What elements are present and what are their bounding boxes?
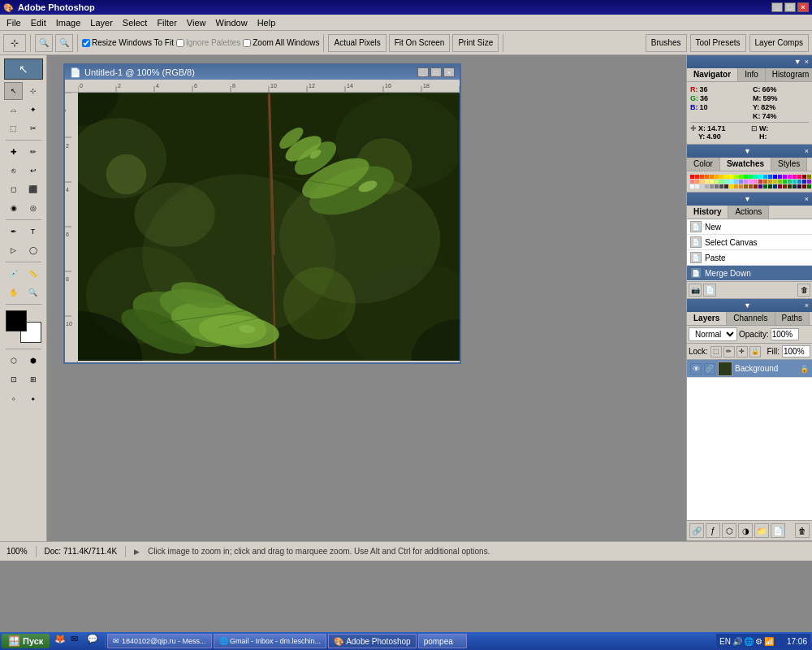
color-swatch[interactable] (793, 184, 797, 188)
color-swatch[interactable] (788, 184, 792, 188)
blend-mode-select[interactable]: Normal (689, 327, 737, 341)
color-swatch[interactable] (754, 175, 758, 179)
menu-image[interactable]: Image (51, 16, 86, 29)
close-button[interactable]: × (797, 2, 809, 12)
color-swatch[interactable] (690, 180, 694, 184)
extra-tool-2[interactable]: ⊞ (24, 370, 42, 388)
color-swatch[interactable] (734, 175, 738, 179)
shape-tool[interactable]: ◯ (24, 241, 42, 259)
brush-tool[interactable]: ✏ (24, 143, 42, 161)
color-swatch[interactable] (758, 180, 762, 184)
taskbar-mail-window[interactable]: ✉ 1840102@qip.ru - Mess... (107, 634, 211, 648)
print-size-button[interactable]: Print Size (452, 34, 499, 52)
color-swatch[interactable] (739, 175, 743, 179)
history-item-merge-down[interactable]: 📄 Merge Down (687, 266, 812, 281)
taskbar-skype-icon[interactable]: 💬 (87, 634, 102, 648)
color-swatch[interactable] (763, 175, 767, 179)
new-adjustment-layer-button[interactable]: ◑ (738, 523, 753, 538)
color-swatch[interactable] (807, 175, 811, 179)
path-select-tool[interactable]: ▷ (4, 241, 23, 259)
menu-help[interactable]: Help (253, 16, 281, 29)
history-item-paste[interactable]: 📄 Paste (687, 250, 812, 266)
tab-histogram[interactable]: Histogram (766, 68, 812, 81)
color-swatch[interactable] (802, 180, 806, 184)
zoom-out-icon[interactable]: 🔍 (55, 34, 73, 52)
opacity-input[interactable] (771, 328, 799, 340)
color-swatch[interactable] (807, 184, 811, 188)
menu-edit[interactable]: Edit (26, 16, 51, 29)
document-image[interactable] (78, 93, 460, 361)
color-swatch[interactable] (744, 184, 748, 188)
move-tool[interactable]: ↖ (4, 82, 23, 100)
more-tool-2[interactable]: ⬥ (24, 389, 42, 407)
taskbar-photoshop-window[interactable]: 🎨 Adobe Photoshop (328, 634, 417, 648)
lock-all-button[interactable]: 🔒 (749, 346, 761, 358)
color-swatch[interactable] (734, 180, 738, 184)
color-swatch[interactable] (695, 184, 699, 188)
tab-history[interactable]: History (687, 206, 728, 219)
layer-link-button[interactable]: 🔗 (689, 523, 704, 538)
new-snapshot-button[interactable]: 📷 (689, 284, 702, 297)
slice-tool[interactable]: ✂ (24, 119, 42, 137)
color-swatch[interactable] (744, 180, 748, 184)
color-swatch[interactable] (778, 175, 782, 179)
actual-pixels-button[interactable]: Actual Pixels (328, 34, 386, 52)
history-collapse-button[interactable]: ▼ (744, 195, 751, 203)
menu-filter[interactable]: Filter (152, 16, 181, 29)
minimize-button[interactable]: _ (771, 2, 783, 12)
color-swatch[interactable] (758, 175, 762, 179)
lasso-tool[interactable]: ⌓ (4, 101, 23, 119)
color-swatch[interactable] (788, 180, 792, 184)
zoom-tool[interactable]: 🔍 (24, 284, 42, 301)
color-swatch[interactable] (700, 175, 704, 179)
color-swatch[interactable] (729, 180, 733, 184)
lock-position-button[interactable]: ✛ (736, 346, 748, 358)
color-swatch[interactable] (724, 180, 728, 184)
color-swatch[interactable] (734, 184, 738, 188)
color-swatch[interactable] (807, 180, 811, 184)
text-tool[interactable]: T (24, 223, 42, 240)
tab-navigator[interactable]: Navigator (687, 68, 738, 81)
screen-mode-tool[interactable]: ⬢ (24, 352, 42, 370)
history-item-new[interactable]: 📄 New (687, 219, 812, 235)
color-swatch[interactable] (749, 180, 753, 184)
doc-maximize-button[interactable]: □ (430, 67, 442, 77)
color-swatch[interactable] (797, 180, 801, 184)
color-swatch[interactable] (715, 184, 719, 188)
color-swatch[interactable] (778, 180, 782, 184)
color-swatch[interactable] (797, 175, 801, 179)
color-swatch[interactable] (773, 180, 777, 184)
color-swatch[interactable] (715, 180, 719, 184)
doc-close-button[interactable]: × (443, 67, 455, 77)
tab-info[interactable]: Info (738, 68, 766, 81)
tab-channels[interactable]: Channels (727, 312, 775, 325)
layer-effects-button[interactable]: ƒ (706, 523, 720, 538)
quick-mask-tool[interactable]: ⬡ (4, 352, 23, 370)
color-swatch[interactable] (690, 175, 694, 179)
color-swatch[interactable] (793, 175, 797, 179)
color-swatch[interactable] (719, 175, 723, 179)
hand-tool[interactable]: ✋ (4, 284, 23, 301)
new-document-button[interactable]: 📄 (703, 284, 716, 297)
extra-tool-1[interactable]: ⊡ (4, 370, 23, 388)
color-swatch[interactable] (710, 180, 714, 184)
nav-collapse-button[interactable]: ▼ (794, 58, 801, 66)
lock-transparent-button[interactable]: ⬚ (710, 346, 722, 358)
color-swatch[interactable] (773, 184, 777, 188)
resize-windows-check[interactable]: Resize Windows To Fit (82, 38, 174, 47)
color-swatch[interactable] (715, 175, 719, 179)
taskbar-mail-icon[interactable]: ✉ (71, 634, 85, 648)
color-swatch[interactable] (773, 175, 777, 179)
heal-tool[interactable]: ✚ (4, 143, 23, 161)
color-swatch[interactable] (724, 184, 728, 188)
more-tool-1[interactable]: ⬦ (4, 389, 23, 407)
color-swatch[interactable] (705, 175, 709, 179)
taskbar-gmail-window[interactable]: 🌐 Gmail - Inbox - dm.leschin... (214, 634, 327, 648)
color-swatch[interactable] (783, 184, 787, 188)
color-swatch[interactable] (710, 184, 714, 188)
menu-file[interactable]: File (2, 16, 26, 29)
stamp-tool[interactable]: ⎋ (4, 162, 23, 180)
layer-eye-icon[interactable]: 👁 (690, 363, 702, 375)
history-tool[interactable]: ↩ (24, 162, 42, 180)
menu-select[interactable]: Select (118, 16, 153, 29)
